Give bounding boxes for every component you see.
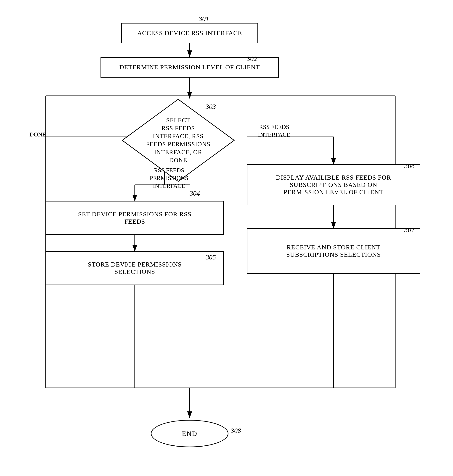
ref-303: 303	[205, 103, 216, 110]
ref-308: 308	[231, 427, 241, 435]
ref-304-label: 304	[190, 189, 200, 197]
ref-306: 306	[404, 162, 415, 170]
node-306: DISPLAY AVAILIBLE RSS FEEDS FOR SUBSCRIP…	[247, 164, 420, 205]
ref-302: 302	[247, 55, 257, 62]
ref-305: 305	[205, 253, 216, 261]
node-307: RECEIVE AND STORE CLIENT SUBSCRIPTIONS S…	[247, 228, 420, 274]
ref-301: 301	[199, 15, 209, 23]
done-label: DONE	[24, 131, 51, 138]
flowchart-diagram: ACCESS DEVICE RSS INTERFACE 301 DETERMIN…	[0, 0, 453, 476]
node-305: STORE DEVICE PERMISSIONS SELECTIONS	[46, 251, 224, 285]
node-308-end: END	[151, 420, 228, 447]
node-301: ACCESS DEVICE RSS INTERFACE	[121, 23, 258, 43]
rss-feeds-permissions-label: RSS FEEDS PERMISSIONS INTERFACE	[142, 166, 197, 190]
node-304: SET DEVICE PERMISSIONS FOR RSS FEEDS	[46, 201, 224, 235]
rss-feeds-interface-label: RSS FEEDS INTERFACE	[249, 123, 299, 139]
ref-307: 307	[404, 226, 415, 234]
